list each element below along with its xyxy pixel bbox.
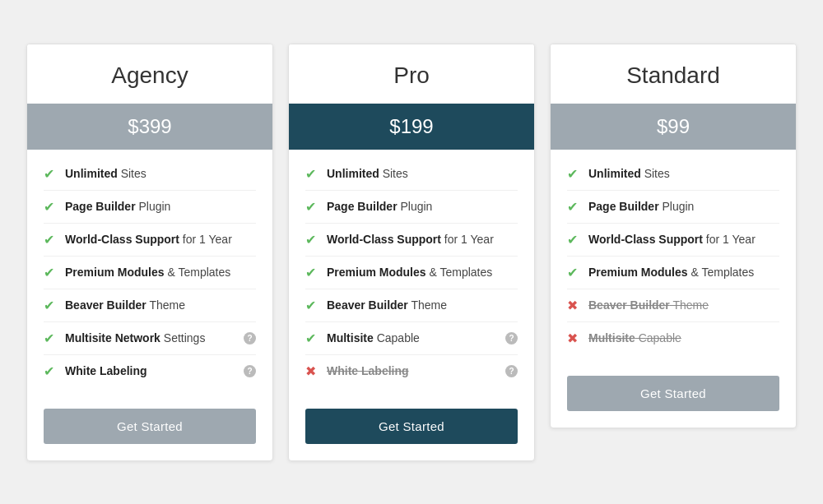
feature-bold: White Labeling — [65, 364, 147, 377]
feature-text: Multisite Capable — [327, 331, 499, 344]
list-item: ✔White Labeling? — [44, 355, 256, 387]
feature-bold: World-Class Support — [65, 233, 179, 246]
feature-bold: White Labeling — [327, 364, 409, 377]
feature-rest: Capable — [374, 331, 420, 344]
feature-rest: Capable — [635, 331, 681, 344]
card-price-agency: $399 — [27, 104, 272, 150]
list-item: ✔World-Class Support for 1 Year — [305, 224, 518, 257]
list-item: ✔Premium Modules & Templates — [44, 257, 256, 289]
feature-text: Beaver Builder Theme — [588, 298, 779, 312]
card-title-agency: Agency — [27, 44, 272, 104]
feature-text: White Labeling — [65, 364, 237, 377]
feature-text: World-Class Support for 1 Year — [65, 233, 256, 246]
list-item: ✖Beaver Builder Theme — [567, 289, 779, 322]
feature-rest: Settings — [160, 331, 205, 344]
pricing-card-agency: Agency$399✔Unlimited Sites✔Page Builder … — [26, 44, 273, 461]
feature-text: Page Builder Plugin — [65, 200, 256, 213]
feature-bold: Premium Modules — [327, 266, 426, 279]
feature-rest: Sites — [118, 167, 146, 180]
cross-icon: ✖ — [305, 363, 320, 379]
check-icon: ✔ — [567, 166, 582, 182]
pricing-card-standard: Standard$99✔Unlimited Sites✔Page Builder… — [550, 44, 797, 428]
list-item: ✔Unlimited Sites — [44, 158, 256, 191]
check-icon: ✔ — [44, 265, 58, 280]
cross-icon: ✖ — [567, 331, 582, 346]
check-icon: ✔ — [44, 199, 58, 215]
feature-text: Unlimited Sites — [65, 167, 256, 180]
list-item: ✖White Labeling? — [305, 355, 518, 387]
feature-text: Unlimited Sites — [588, 167, 779, 180]
feature-text: Premium Modules & Templates — [327, 266, 518, 279]
feature-text: Page Builder Plugin — [588, 200, 779, 213]
check-icon: ✔ — [305, 331, 320, 346]
check-icon: ✔ — [567, 199, 582, 215]
pricing-card-pro: Pro$199✔Unlimited Sites✔Page Builder Plu… — [288, 44, 535, 461]
feature-text: Premium Modules & Templates — [588, 266, 779, 279]
feature-rest: Plugin — [136, 200, 171, 213]
card-price-standard: $99 — [551, 104, 796, 150]
feature-text: World-Class Support for 1 Year — [327, 233, 518, 246]
feature-text: Beaver Builder Theme — [65, 298, 256, 312]
help-icon[interactable]: ? — [244, 332, 256, 344]
check-icon: ✔ — [44, 331, 58, 346]
feature-text: Multisite Capable — [588, 331, 779, 344]
feature-bold: Unlimited — [588, 167, 641, 180]
card-features-pro: ✔Unlimited Sites✔Page Builder Plugin✔Wor… — [289, 150, 534, 395]
feature-rest: for 1 Year — [703, 233, 756, 246]
feature-rest: Plugin — [398, 200, 433, 213]
check-icon: ✔ — [305, 298, 320, 313]
feature-rest: Plugin — [659, 200, 695, 213]
feature-rest: Sites — [379, 167, 408, 180]
feature-bold: Unlimited — [327, 167, 379, 180]
feature-rest: & Templates — [165, 266, 231, 279]
list-item: ✔World-Class Support for 1 Year — [567, 224, 779, 257]
feature-bold: Page Builder — [588, 200, 659, 213]
help-icon[interactable]: ? — [505, 332, 518, 344]
feature-rest: Theme — [146, 298, 185, 312]
check-icon: ✔ — [44, 232, 58, 247]
get-started-button-pro[interactable]: Get Started — [305, 409, 518, 444]
feature-bold: Page Builder — [65, 200, 136, 213]
feature-bold: Beaver Builder — [588, 298, 670, 312]
feature-bold: Premium Modules — [65, 266, 165, 279]
list-item: ✔Premium Modules & Templates — [305, 257, 518, 289]
help-icon[interactable]: ? — [505, 365, 518, 377]
feature-bold: Multisite — [327, 331, 374, 344]
cross-icon: ✖ — [567, 298, 582, 313]
list-item: ✔Unlimited Sites — [305, 158, 518, 191]
check-icon: ✔ — [305, 199, 320, 215]
feature-rest: & Templates — [426, 266, 493, 279]
feature-text: World-Class Support for 1 Year — [588, 233, 779, 246]
list-item: ✔Page Builder Plugin — [567, 191, 779, 224]
feature-bold: Unlimited — [65, 167, 118, 180]
list-item: ✔Page Builder Plugin — [305, 191, 518, 224]
feature-rest: & Templates — [688, 266, 755, 279]
feature-text: Unlimited Sites — [327, 167, 518, 180]
card-footer-pro: Get Started — [289, 395, 534, 460]
get-started-button-standard[interactable]: Get Started — [567, 376, 779, 411]
check-icon: ✔ — [44, 363, 58, 379]
check-icon: ✔ — [567, 232, 582, 247]
feature-text: Page Builder Plugin — [327, 200, 518, 213]
check-icon: ✔ — [44, 166, 58, 182]
feature-bold: Premium Modules — [588, 266, 688, 279]
feature-bold: Beaver Builder — [327, 298, 408, 312]
card-title-pro: Pro — [289, 44, 534, 104]
check-icon: ✔ — [305, 232, 320, 247]
list-item: ✔Page Builder Plugin — [44, 191, 256, 224]
list-item: ✔Unlimited Sites — [567, 158, 779, 191]
card-features-agency: ✔Unlimited Sites✔Page Builder Plugin✔Wor… — [27, 150, 272, 395]
feature-bold: Multisite Network — [65, 331, 160, 344]
feature-bold: World-Class Support — [327, 233, 441, 246]
get-started-button-agency[interactable]: Get Started — [44, 409, 256, 444]
help-icon[interactable]: ? — [244, 365, 256, 377]
list-item: ✔Beaver Builder Theme — [305, 289, 518, 322]
list-item: ✔Multisite Capable? — [305, 322, 518, 355]
feature-rest: Sites — [641, 167, 670, 180]
feature-rest: for 1 Year — [179, 233, 232, 246]
list-item: ✔World-Class Support for 1 Year — [44, 224, 256, 257]
list-item: ✔Multisite Network Settings? — [44, 322, 256, 355]
card-footer-standard: Get Started — [551, 363, 796, 428]
card-footer-agency: Get Started — [27, 395, 272, 460]
feature-bold: Multisite — [588, 331, 635, 344]
